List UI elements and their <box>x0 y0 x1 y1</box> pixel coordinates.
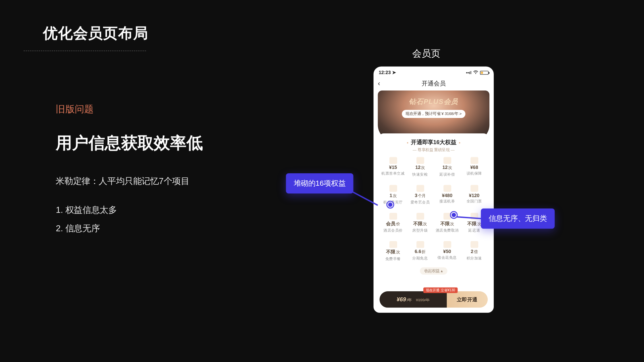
benefit-label: 延误补偿 <box>434 172 461 177</box>
benefit-value: 不限次 <box>407 221 434 227</box>
benefit-item[interactable]: 1次机场贵宾厅 <box>380 185 407 205</box>
wifi-icon <box>473 70 478 75</box>
headline: 用户信息获取效率低 <box>56 132 203 154</box>
slide-title: 优化会员页布局 <box>43 23 148 43</box>
benefits-sheet: 开通即享16大权益 尊享权益 重磅呈现 ¥15机票首单立减12次快速安检12次延… <box>378 133 489 288</box>
benefit-value: 1次 <box>380 193 407 199</box>
benefit-icon <box>470 185 478 192</box>
battery-icon <box>480 71 489 75</box>
benefit-icon <box>470 241 478 248</box>
app-nav-bar: ‹ 开通会员 <box>374 77 494 90</box>
benefit-value: ¥15 <box>380 165 407 170</box>
benefit-item[interactable]: 3个月爱奇艺会员 <box>407 185 434 205</box>
benefit-value: 12次 <box>407 165 434 171</box>
benefit-value: ¥68 <box>461 165 488 170</box>
benefit-icon <box>443 185 451 192</box>
benefit-item[interactable]: ¥15机票首单立减 <box>380 157 407 177</box>
status-clock: 12:23 ➤ <box>379 70 396 75</box>
benefit-icon <box>443 241 451 248</box>
benefit-value: 12次 <box>434 165 461 171</box>
benefit-label: 酒店免费取消 <box>434 228 461 233</box>
benefits-grid: ¥15机票首单立减12次快速安检12次延误补偿¥68误机保障1次机场贵宾厅3个月… <box>378 157 489 261</box>
benefit-value: ¥480 <box>434 193 461 198</box>
benefit-icon <box>416 157 424 164</box>
benefit-item[interactable]: 会员价酒店会员价 <box>380 213 407 233</box>
callout-left-dot <box>387 202 393 208</box>
benefit-item[interactable]: ¥120全国门票 <box>461 185 488 205</box>
benefit-icon <box>470 157 478 164</box>
callout-left: 堆砌的16项权益 <box>286 173 353 193</box>
benefits-title: 开通即享16大权益 <box>378 138 489 146</box>
benefit-label: 全国门票 <box>461 199 488 204</box>
benefit-item[interactable]: ¥480接送机券 <box>434 185 461 205</box>
point-2: 2. 信息无序 <box>56 223 203 234</box>
phone-mock: 12:23 ➤ ••ıl ‹ 开通会员 钻石PLUS会员 现在开通，预计可省 ¥… <box>374 66 494 313</box>
benefit-label: 借去花免息 <box>434 255 461 260</box>
benefit-value: 3个月 <box>407 193 434 199</box>
benefit-icon <box>416 241 424 248</box>
cta-price: ¥69/年 ¥199/年 <box>380 296 447 303</box>
nav-title: 开通会员 <box>422 80 446 87</box>
hero-title: 钻石PLUS会员 <box>378 98 489 107</box>
benefit-value: 2倍 <box>461 249 488 255</box>
signal-icon: ••ıl <box>466 70 471 75</box>
point-1: 1. 权益信息太多 <box>56 204 203 216</box>
cta-button[interactable]: 立即开通 <box>447 296 488 303</box>
title-underline <box>23 51 146 51</box>
benefit-icon <box>416 185 424 192</box>
status-bar: 12:23 ➤ ••ıl <box>374 66 494 77</box>
benefit-value: 6.6折 <box>407 249 434 255</box>
benefit-label: 机票首单立减 <box>380 171 407 176</box>
benefit-label: 积分加速 <box>461 256 488 261</box>
collapse-toggle[interactable]: 收起权益 ▴ <box>378 266 489 275</box>
benefit-item[interactable]: 不限次免费早餐 <box>380 241 407 261</box>
benefit-label: 快速安检 <box>407 172 434 177</box>
benefit-item[interactable]: 6.6折分期免息 <box>407 241 434 261</box>
benefit-label: 误机保障 <box>461 171 488 176</box>
benefit-item[interactable]: 12次延误补偿 <box>434 157 461 177</box>
benefits-subtitle: 尊享权益 重磅呈现 <box>378 147 489 153</box>
cta-badge: 现在开通 立省¥130 <box>423 288 458 293</box>
benefit-label: 房型升级 <box>407 228 434 233</box>
benefit-value: 会员价 <box>380 221 407 227</box>
principle: 米勒定律：人平均只能记忆7个项目 <box>56 176 203 187</box>
screenshot-label: 会员页 <box>412 47 440 60</box>
benefit-item[interactable]: ¥68误机保障 <box>461 157 488 177</box>
benefit-icon <box>389 157 397 164</box>
location-icon: ➤ <box>392 70 396 75</box>
benefit-value: ¥50 <box>434 249 461 254</box>
benefit-icon <box>389 241 397 248</box>
eyebrow: 旧版问题 <box>56 103 203 116</box>
benefit-item[interactable]: 不限次房型升级 <box>407 213 434 233</box>
benefit-icon <box>416 213 424 220</box>
benefit-label: 酒店会员价 <box>380 228 407 233</box>
benefit-label: 延迟退 <box>461 228 488 233</box>
benefit-label: 免费早餐 <box>380 256 407 261</box>
hero-savings-pill[interactable]: 现在开通，预计可省 ¥ 3168/年 > <box>402 110 466 118</box>
benefit-value: 不限次 <box>434 221 461 227</box>
benefit-value: ¥120 <box>461 193 488 198</box>
benefit-icon <box>443 213 451 220</box>
benefit-icon <box>389 185 397 192</box>
slide-body: 旧版问题 用户信息获取效率低 米勒定律：人平均只能记忆7个项目 1. 权益信息太… <box>56 103 203 241</box>
benefit-icon <box>443 157 451 164</box>
benefit-value: 不限次 <box>380 249 407 255</box>
cta-bar: 现在开通 立省¥130 ¥69/年 ¥199/年 立即开通 <box>380 291 488 308</box>
callout-right-dot <box>451 212 457 218</box>
benefit-icon <box>389 213 397 220</box>
benefit-item[interactable]: 2倍积分加速 <box>461 241 488 261</box>
benefit-label: 爱奇艺会员 <box>407 200 434 205</box>
callout-right: 信息无序、无归类 <box>481 208 555 229</box>
back-icon[interactable]: ‹ <box>378 79 380 87</box>
benefit-label: 分期免息 <box>407 256 434 261</box>
benefit-label: 接送机券 <box>434 199 461 204</box>
benefit-item[interactable]: ¥50借去花免息 <box>434 241 461 261</box>
benefit-item[interactable]: 12次快速安检 <box>407 157 434 177</box>
